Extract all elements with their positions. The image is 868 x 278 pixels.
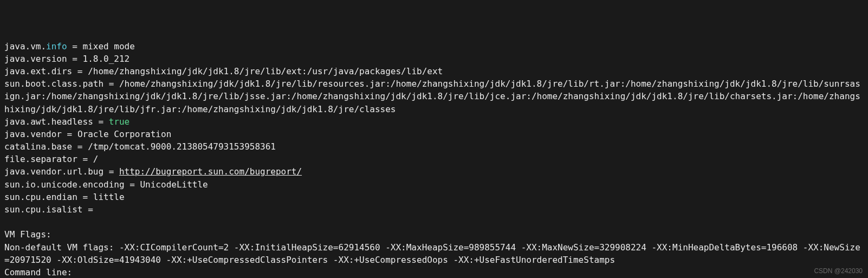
prop-key: catalina.base [4,141,72,152]
prop-java-ext-dirs: java.ext.dirs = /home/zhangshixing/jdk/j… [4,66,443,76]
prop-java-version: java.version = 1.8.0_212 [4,54,129,64]
prop-value: UnicodeLittle [140,179,208,190]
terminal-output: java.vm.info = mixed mode java.version =… [4,40,864,278]
prop-sun-cpu-isalist: sun.cpu.isalist = [4,204,93,215]
prop-sun-io-unicode-encoding: sun.io.unicode.encoding = UnicodeLittle [4,179,208,190]
vm-flags-non-default: Non-default VM flags: -XX:CICompilerCoun… [4,242,860,265]
vm-flags-non-default-value: -XX:CICompilerCount=2 -XX:InitialHeapSiz… [4,242,860,265]
prop-value: /tmp/tomcat.9000.2138054793153958361 [88,141,276,152]
prop-key: java.vendor.url.bug [4,166,103,177]
prop-key: java.vendor [4,129,62,139]
vm-flags-command-line-label: Command line: [4,267,72,277]
prop-sun-cpu-endian: sun.cpu.endian = little [4,192,125,202]
prop-key: file.separator [4,154,77,164]
prop-sep: = [93,117,109,127]
prop-java-vendor-url-bug: java.vendor.url.bug = http://bugreport.s… [4,166,302,177]
prop-key: sun.boot.class.path [4,79,103,89]
prop-sep: = [67,41,83,51]
prop-sep: = [103,79,119,89]
prop-java-vm-info: java.vm.info = mixed mode [4,41,135,51]
vm-flags-non-default-label: Non-default VM flags: [4,242,119,253]
prop-sep: = [83,204,93,215]
prop-catalina-base: catalina.base = /tmp/tomcat.9000.2138054… [4,141,276,152]
watermark: CSDN @242030 [814,267,863,276]
bugreport-link[interactable]: http://bugreport.sun.com/bugreport/ [119,166,302,177]
prop-value: /home/zhangshixing/jdk/jdk1.8/jre/lib/ex… [88,66,443,76]
prop-key: sun.cpu.endian [4,192,77,202]
prop-value: little [93,192,125,202]
prop-sep: = [77,192,93,202]
prop-key: java.awt.headless [4,117,93,127]
prop-sep: = [125,179,140,190]
vm-flags-heading: VM Flags: [4,229,51,240]
prop-sep: = [103,166,119,177]
prop-sun-boot-class-path: sun.boot.class.path = /home/zhangshixing… [4,79,860,114]
prop-value: 1.8.0_212 [83,54,130,64]
prop-sep: = [72,141,88,152]
prop-java-vendor: java.vendor = Oracle Corporation [4,129,171,139]
prop-key-highlight: info [46,41,67,51]
prop-value: / [93,154,99,164]
prop-file-separator: file.separator = / [4,154,98,164]
prop-sep: = [62,129,77,139]
prop-value: mixed mode [83,41,135,51]
prop-key: java.version [4,54,67,64]
prop-value: /home/zhangshixing/jdk/jdk1.8/jre/lib/re… [4,79,860,114]
prop-sep: = [72,66,88,76]
prop-key: sun.cpu.isalist [4,204,83,215]
prop-sep: = [67,54,83,64]
prop-key: sun.io.unicode.encoding [4,179,125,190]
prop-sep: = [77,154,93,164]
prop-key-prefix: java.vm. [4,41,46,51]
prop-value-highlight: true [109,117,130,127]
prop-java-awt-headless: java.awt.headless = true [4,117,129,127]
prop-key: java.ext.dirs [4,66,72,76]
prop-value: Oracle Corporation [77,129,171,139]
vm-flags-command-line: Command line: [4,267,72,277]
